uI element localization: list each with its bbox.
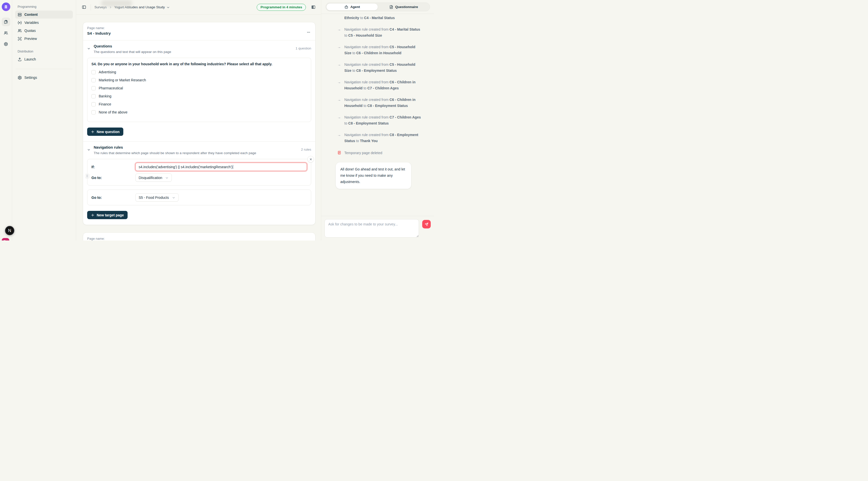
workspace-logo[interactable] <box>2 2 10 11</box>
feed-item-navigation-rule: →Navigation rule created from C4 - Marit… <box>337 26 422 38</box>
questions-title: Questions <box>94 44 296 48</box>
checkbox[interactable] <box>91 110 96 115</box>
app-window: ProgrammingContentVariablesQuotasPreview… <box>0 0 434 241</box>
close-icon <box>309 158 312 161</box>
main-column: Surveys Yogurt Attitudes and Usage Study… <box>76 0 321 241</box>
users-icon <box>4 31 8 35</box>
topbar: Surveys Yogurt Attitudes and Usage Study… <box>76 0 321 14</box>
navigation-rules-subtitle: The rules that determine which page shou… <box>94 151 301 155</box>
feed-item-text: Temporary page deleted <box>344 150 382 156</box>
checkbox[interactable] <box>91 94 96 98</box>
sidebar-group: ProgrammingContentVariablesQuotasPreview <box>15 5 73 43</box>
questions-section: Questions The questions and text that wi… <box>83 40 315 141</box>
tab-questionnaire[interactable]: Questionnaire <box>378 3 429 10</box>
option-label: None of the above <box>99 110 127 114</box>
agent-tabs: AgentQuestionnaire <box>326 2 430 11</box>
feed-item-navigation-rule: →Navigation rule created from C6 - Child… <box>337 79 422 91</box>
arrow-right-icon: → <box>337 97 342 109</box>
page-name-label: Page name: <box>87 237 311 241</box>
gear-icon <box>18 75 22 80</box>
dev-overlay-button[interactable]: N <box>5 226 14 235</box>
robot-icon <box>344 5 348 9</box>
users-rail-button[interactable] <box>2 29 10 37</box>
chat-input[interactable] <box>324 219 419 237</box>
new-question-button[interactable]: New question <box>87 128 123 136</box>
rule-if-row: If: s4.includes('advertising') || s4.inc… <box>91 163 307 171</box>
kebab-icon <box>307 30 310 34</box>
checkbox[interactable] <box>91 70 96 74</box>
sidebar-item-preview[interactable]: Preview <box>15 35 73 43</box>
question-option: Finance <box>91 100 307 108</box>
building-icon <box>3 4 8 9</box>
arrow-right-icon: → <box>337 62 342 73</box>
question-card[interactable]: S4. Do you or anyone in your household w… <box>87 58 311 122</box>
sidebar-item-quotas[interactable]: Quotas <box>15 27 73 35</box>
sidebar-group: DistributionLaunch <box>15 50 73 63</box>
toggle-right-panel-button[interactable] <box>310 4 316 10</box>
checkbox[interactable] <box>91 86 96 90</box>
send-button[interactable] <box>422 220 431 228</box>
toggle-left-panel-button[interactable] <box>81 4 87 10</box>
goto-page-value: S5 - Food Products <box>138 196 169 200</box>
goto-page-dropdown[interactable]: S5 - Food Products <box>135 193 179 201</box>
questions-subtitle: The questions and text that will appear … <box>94 50 296 54</box>
feed-item-page-deleted: Temporary page deleted <box>337 150 422 156</box>
feed-item-navigation-rule: →Navigation rule created from C5 - House… <box>337 62 422 73</box>
sidebar-item-variables[interactable]: Variables <box>15 19 73 27</box>
topbar-divider <box>91 4 91 10</box>
pages-rail-button[interactable] <box>2 18 10 26</box>
sidebar-item-label: Content <box>24 12 38 17</box>
goto-page-dropdown[interactable]: Disqualification <box>135 173 172 182</box>
condition-input[interactable]: s4.includes('advertising') || s4.include… <box>135 163 307 171</box>
new-question-label: New question <box>97 130 120 134</box>
checkbox[interactable] <box>91 78 96 82</box>
chevron-down-icon <box>165 176 168 180</box>
page-menu-button[interactable] <box>305 29 312 35</box>
tab-agent[interactable]: Agent <box>326 3 378 10</box>
scan-icon <box>18 37 22 41</box>
goto-label: Go to: <box>91 196 135 200</box>
pages-icon <box>4 20 8 24</box>
arrow-right-icon: → <box>337 132 342 144</box>
feed-item-text: Navigation rule created from C6 - Childr… <box>344 97 422 109</box>
feed-item-text: Navigation rule created from C5 - Househ… <box>344 44 422 56</box>
new-target-page-button[interactable]: New target page <box>87 211 128 219</box>
rule-goto-row: Go to: Disqualification <box>91 173 307 182</box>
option-label: Pharmaceutical <box>99 86 123 90</box>
drag-handle[interactable] <box>85 174 89 178</box>
sidebar-section-label: Distribution <box>18 50 73 53</box>
document-icon <box>389 5 393 9</box>
option-label: Advertising <box>99 70 116 74</box>
chevron-down-icon <box>166 6 170 9</box>
chevron-down-icon <box>87 47 90 54</box>
checkbox[interactable] <box>91 102 96 106</box>
gear-icon <box>4 42 8 46</box>
question-text: S4. Do you or anyone in your household w… <box>91 62 307 66</box>
feed-item-text: Navigation rule created from C4 - Marita… <box>344 26 422 38</box>
dev-overlay-label: N <box>8 228 11 233</box>
icon-rail-items <box>2 18 10 48</box>
arrow-right-icon: → <box>337 44 342 56</box>
drag-dots-icon <box>86 174 88 178</box>
sidebar-divider <box>16 69 72 69</box>
send-icon <box>425 222 429 226</box>
user-avatar[interactable]: D <box>2 238 9 241</box>
agent-panel: AgentQuestionnaire Ethnicity to C4 - Mar… <box>321 0 434 241</box>
feed-item-navigation-rule: →Navigation rule created from C7 - Child… <box>337 114 422 126</box>
navigation-rules-title: Navigation rules <box>94 145 301 149</box>
sidebar-item-label: Preview <box>24 37 37 41</box>
goto-label: Go to: <box>91 176 135 180</box>
sidebar-item-launch[interactable]: Launch <box>15 55 73 63</box>
sidebar-item-settings[interactable]: Settings <box>15 73 73 82</box>
gear-rail-button[interactable] <box>2 40 10 48</box>
page-name-section: Page name: S4 - Industry <box>83 22 315 40</box>
collapse-questions-button[interactable] <box>87 47 94 54</box>
question-option: Advertising <box>91 68 307 76</box>
navigation-rules-section: Navigation rules The rules that determin… <box>83 141 315 225</box>
blurred-region <box>101 0 132 6</box>
arrow-right-icon: → <box>337 114 342 126</box>
sidebar-item-content[interactable]: Content <box>15 10 73 19</box>
collapse-rules-button[interactable] <box>87 148 94 155</box>
condition-value: s4.includes('advertising') || s4.include… <box>138 165 232 169</box>
delete-rule-button[interactable] <box>307 156 314 162</box>
